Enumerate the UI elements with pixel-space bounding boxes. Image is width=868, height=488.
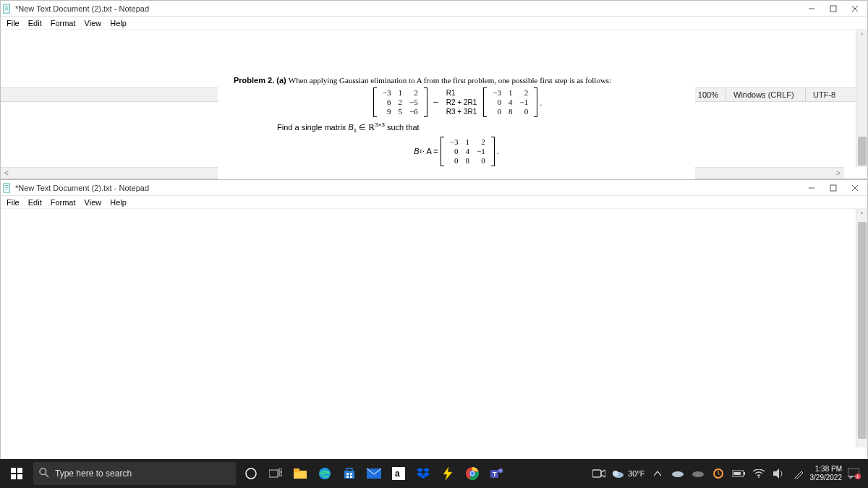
menu-file[interactable]: File	[2, 19, 24, 27]
menu-file[interactable]: File	[2, 198, 24, 207]
svg-rect-51	[592, 470, 601, 477]
teams-icon[interactable]: T	[485, 459, 509, 488]
scroll-right-icon[interactable]: >	[833, 168, 844, 179]
window-title: *New Text Document (2).txt - Notepad	[15, 4, 801, 13]
scrollbar-vertical[interactable]: ˄	[856, 209, 867, 448]
notepad-icon	[2, 183, 12, 193]
task-view-icon[interactable]	[263, 459, 288, 488]
svg-rect-18	[11, 474, 16, 479]
update-icon[interactable]	[712, 467, 725, 480]
battery-icon[interactable]	[732, 467, 745, 480]
editor-area[interactable]	[1, 209, 856, 459]
svg-rect-13	[830, 185, 836, 191]
menu-help[interactable]: Help	[106, 198, 131, 207]
svg-point-20	[40, 468, 46, 474]
svg-point-55	[672, 471, 684, 477]
taskbar-clock[interactable]: 1:38 PM 3/29/2022	[806, 465, 847, 482]
menu-bar: File Edit Format View Help	[1, 17, 867, 30]
svg-text:T: T	[493, 471, 497, 478]
store-icon[interactable]	[337, 459, 362, 488]
svg-point-54	[613, 471, 618, 476]
svg-rect-25	[279, 473, 282, 476]
weather-widget[interactable]: 30°F	[611, 468, 644, 479]
math-equation-1: −312 62−5 95−6 ∼ R1 R2 + 2R1 R3 + 3R1 −3…	[234, 87, 679, 117]
amazon-icon[interactable]: a	[386, 459, 411, 488]
dropbox-icon[interactable]	[411, 459, 435, 488]
search-icon	[39, 468, 49, 480]
menu-help[interactable]: Help	[106, 19, 131, 27]
scroll-up-icon[interactable]: ˄	[856, 30, 868, 41]
svg-rect-24	[279, 468, 282, 471]
file-explorer-icon[interactable]	[288, 459, 312, 488]
document-page: Problem 2. (a) When applying Gaussian el…	[218, 73, 695, 180]
svg-point-47	[471, 472, 475, 476]
start-button[interactable]	[3, 459, 30, 488]
svg-marker-52	[601, 470, 605, 477]
minimize-button[interactable]	[801, 1, 822, 16]
svg-rect-32	[350, 473, 352, 475]
menu-bar: File Edit Format View Help	[1, 196, 867, 209]
cortana-icon[interactable]	[239, 459, 263, 488]
status-encoding: UTF-8	[805, 88, 856, 101]
action-center-icon[interactable]: 1	[848, 459, 865, 488]
scrollbar-vertical[interactable]: ˄	[856, 30, 867, 167]
maximize-button[interactable]	[822, 1, 844, 16]
svg-rect-30	[346, 468, 352, 471]
wifi-icon[interactable]	[752, 467, 765, 480]
mail-icon[interactable]	[362, 459, 386, 488]
svg-marker-43	[443, 467, 452, 480]
minimize-button[interactable]	[801, 181, 822, 195]
system-tray[interactable]	[651, 467, 806, 480]
onedrive-icon[interactable]	[671, 467, 684, 480]
svg-rect-8	[4, 183, 10, 192]
svg-rect-5	[830, 6, 836, 12]
problem-line2: Find a single matrix B1 ∈ ℝ3×3 such that	[277, 121, 679, 134]
svg-marker-38	[417, 468, 423, 472]
math-equation-2: B1 · A = −312 04−1 080 .	[234, 137, 679, 166]
svg-rect-31	[346, 473, 349, 475]
cloud-icon[interactable]	[692, 467, 705, 480]
lightning-icon[interactable]	[435, 459, 460, 488]
svg-rect-0	[4, 4, 10, 12]
pen-icon[interactable]	[793, 467, 806, 480]
notepad-icon	[2, 4, 12, 14]
taskbar: Type here to search a T 30°F 1:38 PM 3/2…	[0, 459, 868, 488]
menu-view[interactable]: View	[80, 19, 106, 27]
svg-point-50	[498, 468, 503, 473]
menu-edit[interactable]: Edit	[24, 198, 46, 207]
volume-icon[interactable]	[773, 467, 786, 480]
window-title: *New Text Document (2).txt - Notepad	[15, 184, 801, 192]
scroll-left-icon[interactable]: <	[1, 168, 12, 179]
close-button[interactable]	[844, 1, 866, 16]
maximize-button[interactable]	[822, 181, 844, 195]
svg-line-21	[46, 474, 48, 476]
search-input[interactable]: Type here to search	[33, 462, 236, 485]
svg-rect-17	[17, 468, 22, 473]
svg-marker-39	[423, 468, 430, 472]
svg-marker-64	[850, 476, 853, 479]
svg-rect-27	[294, 468, 299, 472]
search-placeholder: Type here to search	[55, 468, 132, 479]
close-button[interactable]	[844, 181, 866, 195]
svg-point-22	[246, 468, 256, 479]
editor-area[interactable]: < > Ln 84, Col 1 100% Windows (CRLF) UTF…	[1, 30, 856, 179]
menu-format[interactable]: Format	[46, 198, 80, 207]
svg-rect-60	[733, 472, 741, 475]
menu-edit[interactable]: Edit	[24, 19, 46, 27]
meet-now-icon[interactable]	[587, 459, 611, 488]
svg-rect-16	[11, 468, 16, 473]
svg-rect-34	[350, 476, 352, 478]
svg-rect-59	[744, 472, 745, 475]
edge-icon[interactable]	[312, 459, 337, 488]
svg-text:a: a	[395, 468, 400, 479]
svg-rect-33	[346, 476, 349, 478]
menu-view[interactable]: View	[80, 198, 106, 207]
chrome-icon[interactable]	[460, 459, 485, 488]
svg-point-56	[692, 471, 704, 477]
svg-rect-23	[269, 470, 278, 477]
menu-format[interactable]: Format	[46, 19, 80, 27]
tray-chevron-up-icon[interactable]	[651, 467, 664, 480]
scroll-up-icon[interactable]: ˄	[856, 209, 868, 221]
svg-marker-62	[773, 468, 779, 479]
svg-point-61	[758, 476, 760, 478]
